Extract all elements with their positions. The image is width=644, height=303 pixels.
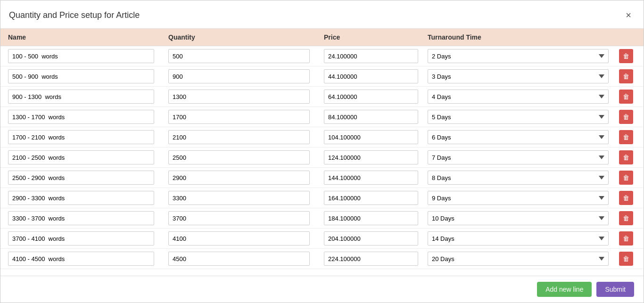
delete-row-button[interactable]: 🗑 — [619, 130, 633, 144]
name-input[interactable] — [8, 90, 154, 104]
delete-row-button[interactable]: 🗑 — [619, 211, 633, 225]
quantity-input[interactable] — [168, 191, 310, 205]
name-input[interactable] — [8, 150, 154, 164]
quantity-input[interactable] — [168, 150, 310, 164]
price-input[interactable] — [324, 171, 418, 185]
turnaround-select[interactable]: 1 Day2 Days3 Days4 Days5 Days6 Days7 Day… — [428, 150, 609, 164]
price-input[interactable] — [324, 211, 418, 225]
price-input[interactable] — [324, 90, 418, 104]
turnaround-select[interactable]: 1 Day2 Days3 Days4 Days5 Days6 Days7 Day… — [428, 69, 609, 83]
turnaround-cell: 1 Day2 Days3 Days4 Days5 Days6 Days7 Day… — [428, 171, 612, 185]
turnaround-select[interactable]: 1 Day2 Days3 Days4 Days5 Days6 Days7 Day… — [428, 211, 609, 225]
table-row: 1 Day2 Days3 Days4 Days5 Days6 Days7 Day… — [0, 208, 644, 229]
price-input[interactable] — [324, 191, 418, 205]
delete-cell: 🗑 — [612, 130, 636, 144]
delete-cell: 🗑 — [612, 231, 636, 246]
table-row: 1 Day2 Days3 Days4 Days5 Days6 Days7 Day… — [0, 87, 644, 107]
modal-title: Quantity and Price setup for Article — [9, 10, 140, 20]
header-turnaround: Turnaround Time — [428, 33, 612, 41]
submit-button[interactable]: Submit — [596, 282, 634, 297]
name-input[interactable] — [8, 252, 154, 266]
quantity-input[interactable] — [168, 90, 310, 104]
header-name: Name — [8, 33, 168, 41]
delete-row-button[interactable]: 🗑 — [619, 231, 633, 246]
modal-header: Quantity and Price setup for Article × — [0, 0, 644, 29]
table-rows: 1 Day2 Days3 Days4 Days5 Days6 Days7 Day… — [0, 46, 644, 269]
close-button[interactable]: × — [623, 9, 634, 22]
name-input[interactable] — [8, 171, 154, 185]
turnaround-select[interactable]: 1 Day2 Days3 Days4 Days5 Days6 Days7 Day… — [428, 191, 609, 205]
modal-container: Quantity and Price setup for Article × N… — [0, 0, 644, 303]
quantity-input[interactable] — [168, 69, 310, 83]
name-input[interactable] — [8, 49, 154, 63]
delete-row-button[interactable]: 🗑 — [619, 69, 633, 83]
turnaround-select[interactable]: 1 Day2 Days3 Days4 Days5 Days6 Days7 Day… — [428, 252, 609, 266]
turnaround-cell: 1 Day2 Days3 Days4 Days5 Days6 Days7 Day… — [428, 69, 612, 83]
turnaround-cell: 1 Day2 Days3 Days4 Days5 Days6 Days7 Day… — [428, 49, 612, 63]
quantity-input[interactable] — [168, 171, 310, 185]
turnaround-cell: 1 Day2 Days3 Days4 Days5 Days6 Days7 Day… — [428, 252, 612, 266]
name-input[interactable] — [8, 211, 154, 225]
name-input[interactable] — [8, 130, 154, 144]
modal-footer: Add new line Submit — [0, 276, 644, 303]
turnaround-cell: 1 Day2 Days3 Days4 Days5 Days6 Days7 Day… — [428, 90, 612, 104]
turnaround-select[interactable]: 1 Day2 Days3 Days4 Days5 Days6 Days7 Day… — [428, 90, 609, 104]
turnaround-cell: 1 Day2 Days3 Days4 Days5 Days6 Days7 Day… — [428, 150, 612, 164]
table-row: 1 Day2 Days3 Days4 Days5 Days6 Days7 Day… — [0, 66, 644, 87]
turnaround-select[interactable]: 1 Day2 Days3 Days4 Days5 Days6 Days7 Day… — [428, 49, 609, 63]
name-input[interactable] — [8, 231, 154, 246]
price-input[interactable] — [324, 252, 418, 266]
add-new-line-button[interactable]: Add new line — [537, 282, 592, 297]
delete-cell: 🗑 — [612, 69, 636, 83]
name-input[interactable] — [8, 191, 154, 205]
turnaround-select[interactable]: 1 Day2 Days3 Days4 Days5 Days6 Days7 Day… — [428, 110, 609, 124]
table-row: 1 Day2 Days3 Days4 Days5 Days6 Days7 Day… — [0, 229, 644, 249]
table-row: 1 Day2 Days3 Days4 Days5 Days6 Days7 Day… — [0, 249, 644, 269]
price-input[interactable] — [324, 130, 418, 144]
table-row: 1 Day2 Days3 Days4 Days5 Days6 Days7 Day… — [0, 46, 644, 66]
delete-cell: 🗑 — [612, 150, 636, 164]
turnaround-select[interactable]: 1 Day2 Days3 Days4 Days5 Days6 Days7 Day… — [428, 130, 609, 144]
delete-row-button[interactable]: 🗑 — [619, 90, 633, 104]
turnaround-cell: 1 Day2 Days3 Days4 Days5 Days6 Days7 Day… — [428, 130, 612, 144]
quantity-input[interactable] — [168, 211, 310, 225]
header-price: Price — [324, 33, 428, 41]
delete-row-button[interactable]: 🗑 — [619, 49, 633, 63]
delete-cell: 🗑 — [612, 171, 636, 185]
price-input[interactable] — [324, 150, 418, 164]
name-input[interactable] — [8, 110, 154, 124]
price-input[interactable] — [324, 69, 418, 83]
delete-row-button[interactable]: 🗑 — [619, 150, 633, 164]
delete-cell: 🗑 — [612, 211, 636, 225]
delete-row-button[interactable]: 🗑 — [619, 252, 633, 266]
delete-cell: 🗑 — [612, 252, 636, 266]
delete-cell: 🗑 — [612, 90, 636, 104]
table-row: 1 Day2 Days3 Days4 Days5 Days6 Days7 Day… — [0, 107, 644, 127]
turnaround-cell: 1 Day2 Days3 Days4 Days5 Days6 Days7 Day… — [428, 191, 612, 205]
turnaround-select[interactable]: 1 Day2 Days3 Days4 Days5 Days6 Days7 Day… — [428, 231, 609, 246]
turnaround-cell: 1 Day2 Days3 Days4 Days5 Days6 Days7 Day… — [428, 211, 612, 225]
quantity-input[interactable] — [168, 49, 310, 63]
price-input[interactable] — [324, 231, 418, 246]
table-row: 1 Day2 Days3 Days4 Days5 Days6 Days7 Day… — [0, 168, 644, 188]
header-actions — [612, 33, 636, 41]
quantity-input[interactable] — [168, 130, 310, 144]
table-row: 1 Day2 Days3 Days4 Days5 Days6 Days7 Day… — [0, 127, 644, 147]
delete-cell: 🗑 — [612, 49, 636, 63]
price-input[interactable] — [324, 110, 418, 124]
name-input[interactable] — [8, 69, 154, 83]
delete-row-button[interactable]: 🗑 — [619, 171, 633, 185]
delete-cell: 🗑 — [612, 110, 636, 124]
price-input[interactable] — [324, 49, 418, 63]
table-container: Name Quantity Price Turnaround Time 1 Da… — [0, 29, 644, 269]
turnaround-cell: 1 Day2 Days3 Days4 Days5 Days6 Days7 Day… — [428, 231, 612, 246]
table-header: Name Quantity Price Turnaround Time — [0, 29, 644, 46]
header-quantity: Quantity — [168, 33, 324, 41]
quantity-input[interactable] — [168, 252, 310, 266]
delete-row-button[interactable]: 🗑 — [619, 110, 633, 124]
delete-cell: 🗑 — [612, 191, 636, 205]
turnaround-select[interactable]: 1 Day2 Days3 Days4 Days5 Days6 Days7 Day… — [428, 171, 609, 185]
quantity-input[interactable] — [168, 231, 310, 246]
delete-row-button[interactable]: 🗑 — [619, 191, 633, 205]
quantity-input[interactable] — [168, 110, 310, 124]
